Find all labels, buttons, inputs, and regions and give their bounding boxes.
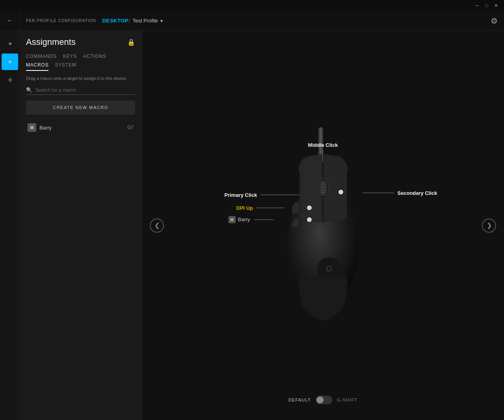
svg-point-12 — [339, 190, 343, 194]
svg-point-10 — [307, 206, 311, 210]
prev-arrow-button[interactable]: ❮ — [150, 218, 164, 233]
tab-row-2: MACROS SYSTEM — [26, 62, 135, 71]
gshift-mode-label: G-SHIFT — [337, 398, 357, 402]
lighting-nav-item[interactable]: ✦ — [2, 35, 18, 52]
search-icon: 🔍 — [26, 87, 32, 93]
drag-hint: Drag a macro onto a target to assign it … — [26, 76, 135, 81]
move-nav-item[interactable]: ✛ — [2, 72, 18, 88]
assignments-title: Assignments 🔒 — [26, 37, 135, 47]
dpi-up-label: DPI Up — [236, 205, 284, 211]
maximize-button[interactable]: □ — [482, 1, 491, 10]
default-mode-label: DEFAULT — [288, 398, 311, 402]
left-nav: ✦ ＋ ✛ — [0, 31, 20, 420]
secondary-click-label: Secondary Click — [363, 190, 437, 196]
create-macro-button[interactable]: CREATE NEW MACRO — [26, 100, 135, 115]
toggle-knob — [316, 396, 324, 403]
titlebar: ─ □ ✕ — [0, 0, 504, 11]
svg-point-11 — [307, 218, 311, 222]
macro-name-barry: Barry — [39, 125, 124, 131]
mode-toggle: DEFAULT G-SHIFT — [288, 396, 358, 404]
desktop-label: DESKTOP: — [102, 18, 130, 24]
profile-name: Test Profile — [133, 18, 158, 24]
mouse-visualization: G Middle Click — [225, 107, 422, 344]
mode-switch[interactable] — [316, 396, 332, 404]
middle-click-label: Middle Click — [308, 142, 338, 161]
profile-selector[interactable]: DESKTOP: Test Profile ▾ — [102, 18, 163, 24]
search-row: 🔍 — [26, 87, 135, 95]
main-area: ❮ — [142, 31, 504, 420]
tab-commands[interactable]: COMMANDS — [26, 54, 57, 61]
primary-click-label: Primary Click — [225, 192, 300, 198]
search-input[interactable] — [35, 87, 135, 93]
gear-button[interactable]: ⚙ — [491, 16, 498, 26]
tab-row-1: COMMANDS KEYS ACTIONS — [26, 54, 135, 61]
chevron-down-icon: ▾ — [160, 18, 163, 24]
minimize-button[interactable]: ─ — [472, 1, 482, 10]
assignments-panel: Assignments 🔒 COMMANDS KEYS ACTIONS MACR… — [20, 31, 142, 420]
close-button[interactable]: ✕ — [491, 1, 501, 10]
tab-keys[interactable]: KEYS — [63, 54, 77, 61]
header: PER-PROFILE CONFIGURATION DESKTOP: Test … — [20, 11, 504, 31]
lock-icon: 🔒 — [127, 39, 135, 46]
macro-m-icon: M — [28, 123, 36, 132]
assignments-nav-item[interactable]: ＋ — [2, 54, 18, 70]
config-label: PER-PROFILE CONFIGURATION — [26, 19, 96, 23]
barry-macro-label: M Barry — [229, 216, 274, 223]
macro-item-barry[interactable]: M Barry G7 — [26, 121, 135, 134]
macro-key-g7: G7 — [127, 125, 134, 130]
next-arrow-button[interactable]: ❯ — [482, 218, 496, 233]
tab-system[interactable]: SYSTEM — [55, 62, 76, 71]
back-button[interactable]: ← — [0, 11, 20, 31]
svg-text:G: G — [325, 264, 332, 274]
tab-macros[interactable]: MACROS — [26, 62, 48, 71]
tab-actions[interactable]: ACTIONS — [83, 54, 106, 61]
